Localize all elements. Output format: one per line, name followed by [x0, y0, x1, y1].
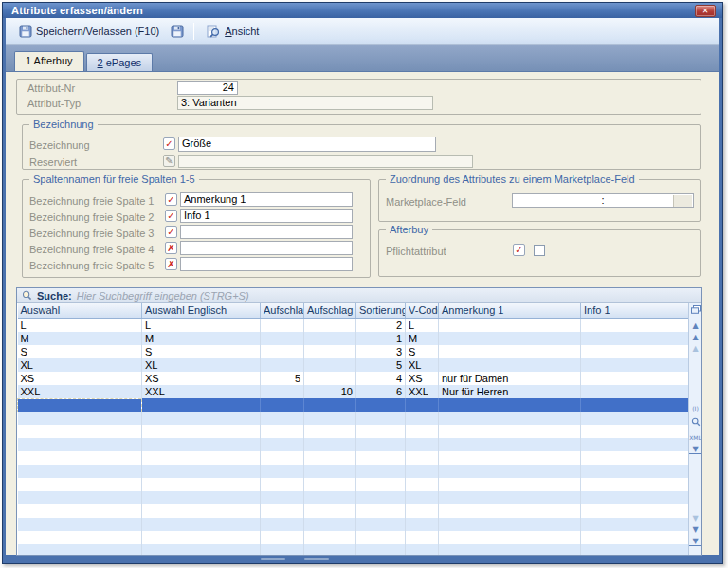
save-exit-button[interactable]: Speichern/Verlassen (F10)	[13, 22, 165, 41]
go-first-row-icon[interactable]: ▲	[689, 321, 701, 330]
col-aufschlag[interactable]: Aufschlag	[261, 303, 304, 318]
spalte2-field[interactable]: Info 1	[180, 209, 353, 223]
afterbuy-group-title: Afterbuy	[386, 224, 432, 235]
spalte5-label: Bezeichnung freie Spalte 5	[29, 260, 154, 271]
search-placeholder: Hier Suchbegriff eingeben (STRG+S)	[77, 290, 249, 302]
empty-row[interactable]	[18, 451, 690, 465]
selected-row[interactable]	[18, 398, 690, 412]
spalte3-field[interactable]	[180, 225, 353, 239]
close-button[interactable]: ✕	[695, 5, 716, 17]
x-flag-icon: ✗	[165, 242, 177, 254]
attribut-typ-field[interactable]: 3: Varianten	[177, 96, 433, 110]
check-flag-icon: ✓	[513, 244, 525, 256]
x-flag-icon: ✗	[165, 258, 177, 270]
col-aufschlag-euro[interactable]: Aufschlag €	[304, 303, 356, 318]
spalte1-label: Bezeichnung freie Spalte 1	[29, 195, 154, 207]
reserviert-field	[178, 155, 473, 168]
empty-row[interactable]	[18, 438, 690, 451]
empty-row[interactable]	[18, 531, 690, 544]
empty-row[interactable]	[18, 478, 690, 491]
spalte3-label: Bezeichnung freie Spalte 3	[29, 228, 154, 239]
search-icon	[22, 290, 32, 301]
go-last-row-icon[interactable]: ▼	[689, 537, 701, 546]
spalte5-field[interactable]	[180, 257, 353, 271]
check-flag-icon: ✓	[163, 137, 175, 150]
close-icon: ✕	[702, 7, 709, 15]
save-exit-label: Speichern/Verlassen (F10)	[36, 26, 159, 37]
title-bar[interactable]: Attribute erfassen/ändern ✕	[3, 3, 722, 18]
marketplace-field[interactable]: :	[512, 193, 694, 208]
col-vcode[interactable]: V-Code	[406, 303, 439, 318]
grid-table-area: Auswahl Auswahl Englisch Aufschlag Aufsc…	[17, 303, 689, 555]
spalte4-field[interactable]	[180, 241, 353, 255]
grid-search-bar[interactable]: Suche: Hier Suchbegriff eingeben (STRG+S…	[17, 288, 701, 303]
empty-row[interactable]	[18, 518, 690, 531]
pencil-icon: ✎	[163, 155, 175, 167]
xml-export-icon[interactable]: XML	[689, 433, 701, 442]
save-button[interactable]	[165, 22, 190, 41]
check-flag-icon: ✓	[165, 193, 177, 206]
preview-icon	[206, 25, 221, 38]
spalte1-field[interactable]: Anmerkung 1	[180, 192, 353, 207]
table-row[interactable]: MM1M	[18, 332, 690, 345]
grid-nav-strip: ▲ ▲ ▲ (I) XML ▼ ▼ ▼ ▼	[688, 303, 701, 555]
marketplace-group-title: Zuordnung des Attributes zu einem Market…	[386, 174, 639, 185]
attribute-values-table: Auswahl Auswahl Englisch Aufschlag Aufsc…	[17, 303, 690, 556]
col-auswahl[interactable]: Auswahl	[18, 303, 142, 318]
page-up-icon[interactable]: ▲	[689, 344, 701, 353]
col-auswahl-englisch[interactable]: Auswahl Englisch	[142, 303, 261, 318]
table-row[interactable]: LL2L	[18, 318, 690, 332]
ansicht-label: Ansicht	[225, 26, 259, 37]
tab-strip: 1 Afterbuy 2 ePages	[6, 45, 719, 71]
empty-row[interactable]	[18, 465, 690, 478]
autosize-columns-icon[interactable]: (I)	[689, 404, 701, 412]
spalten-group-title: Spaltennamen für freie Spalten 1-5	[29, 174, 199, 185]
table-row[interactable]: SS3S	[18, 345, 690, 358]
check-flag-icon: ✓	[165, 210, 177, 222]
pflichtattribut-checkbox[interactable]	[534, 245, 545, 256]
toolbar-separator	[193, 23, 194, 40]
tab-afterbuy[interactable]: 1 Afterbuy	[14, 51, 84, 71]
table-row[interactable]: XXLXXL106XXLNur für Herren	[18, 385, 690, 399]
col-sortierung[interactable]: Sortierung	[356, 303, 406, 318]
col-info-1[interactable]: Info 1	[581, 303, 690, 318]
ansicht-button[interactable]: Ansicht	[200, 22, 264, 41]
save-icon	[19, 25, 32, 38]
bezeichnung-group-title: Bezeichnung	[29, 119, 98, 130]
col-anmerkung-1[interactable]: Anmerkung 1	[439, 303, 581, 318]
check-flag-icon: ✓	[165, 226, 177, 238]
save-icon	[171, 25, 184, 38]
window-grip	[304, 558, 329, 560]
tab-epages[interactable]: 2 ePages	[86, 53, 154, 71]
empty-row[interactable]	[18, 412, 690, 425]
pflichtattribut-label: Pflichtattribut	[386, 246, 446, 257]
window-client: Speichern/Verlassen (F10) Ansicht 1 Afte…	[6, 18, 719, 555]
filter-icon[interactable]: ▼	[689, 445, 701, 454]
empty-row[interactable]	[18, 504, 690, 518]
page-down-icon[interactable]: ▼	[689, 514, 701, 522]
values-grid: Suche: Hier Suchbegriff eingeben (STRG+S…	[16, 287, 702, 556]
table-header-row: Auswahl Auswahl Englisch Aufschlag Aufsc…	[18, 303, 690, 318]
scroll-down-icon[interactable]: ▼	[689, 525, 701, 534]
attribut-nr-field[interactable]: 24	[177, 81, 238, 95]
attribut-typ-label: Attribut-Typ	[27, 98, 81, 109]
empty-row[interactable]	[18, 425, 690, 438]
marketplace-picker-button[interactable]	[673, 195, 692, 207]
spalte2-label: Bezeichnung freie Spalte 2	[29, 211, 154, 223]
search-label: Suche:	[37, 290, 72, 302]
table-row[interactable]: XSXS54XSnur für Damen	[18, 372, 690, 385]
grid-search-icon[interactable]	[689, 417, 701, 429]
grid-body: LL2L MM1M SS3S XLXL5XL	[18, 318, 690, 556]
window-title: Attribute erfassen/ändern	[11, 5, 143, 16]
window: Attribute erfassen/ändern ✕ Speichern/Ve…	[2, 2, 723, 564]
scroll-up-icon[interactable]: ▲	[689, 333, 701, 341]
main-panel: Attribut-Nr 24 Attribut-Typ 3: Varianten…	[6, 71, 719, 555]
table-row[interactable]: XLXL5XL	[18, 358, 690, 372]
empty-row[interactable]	[18, 544, 690, 556]
bezeichnung-field[interactable]: Größe	[178, 137, 436, 152]
column-chooser-icon[interactable]	[689, 305, 701, 316]
empty-row[interactable]	[18, 491, 690, 504]
reserviert-label: Reserviert	[29, 156, 77, 168]
bezeichnung-label: Bezeichnung	[29, 139, 90, 151]
window-grip	[261, 558, 285, 560]
